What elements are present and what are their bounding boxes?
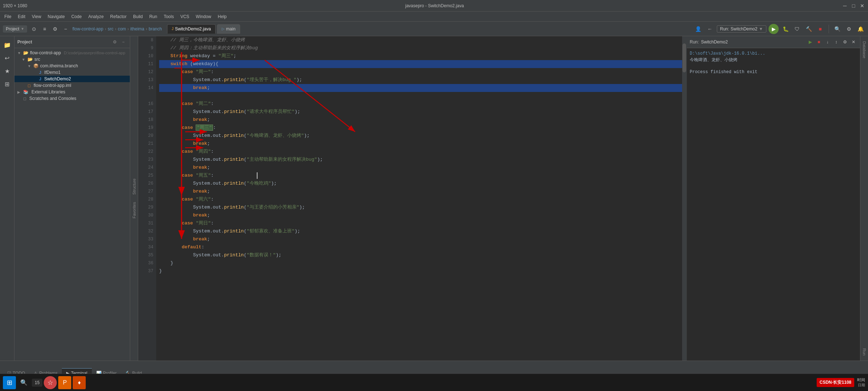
menubar: File Edit View Navigate Code Analyze Ref… bbox=[0, 12, 868, 22]
panel-hide-icon[interactable]: − bbox=[120, 38, 127, 46]
breadcrumb-item-1[interactable]: src bbox=[108, 26, 114, 31]
settings-icon[interactable]: ⚙ bbox=[50, 24, 60, 34]
code-line-11: switch (weekday){ bbox=[159, 60, 686, 68]
menu-view[interactable]: View bbox=[29, 13, 44, 20]
menu-build[interactable]: Build bbox=[130, 13, 146, 20]
code-text-16: case "周二": bbox=[159, 100, 214, 108]
panel-gear-icon[interactable]: ⚙ bbox=[111, 38, 118, 46]
favorites-tab[interactable]: Favorites bbox=[131, 200, 137, 220]
back-icon[interactable]: ← bbox=[705, 24, 715, 34]
tree-root[interactable]: ▼ 📂 flow-control-app D:\code\javasepro\f… bbox=[14, 50, 130, 56]
tree-switchdemo2[interactable]: J SwitchDemo2 bbox=[14, 76, 130, 82]
tab-main[interactable]: ▷ main bbox=[217, 24, 240, 34]
line-content[interactable]: // 周三，今晚啤酒、龙虾、小烧烤 // 周四：主动帮助新来的女程序解决bug … bbox=[156, 36, 686, 361]
settings-gear-icon[interactable]: ⚙ bbox=[844, 24, 854, 34]
scrollbar-thumb[interactable] bbox=[682, 43, 686, 72]
coverage-button[interactable]: 🛡 bbox=[792, 24, 802, 34]
minimize-button[interactable]: ─ bbox=[842, 3, 848, 9]
code-text-21: break; bbox=[159, 140, 210, 148]
menu-window[interactable]: Window bbox=[193, 13, 214, 20]
menu-refactor[interactable]: Refactor bbox=[107, 13, 129, 20]
ln-11: 11 bbox=[138, 60, 153, 68]
collapse-icon[interactable]: ≡ bbox=[40, 24, 49, 34]
csdn-button[interactable]: CSDN·长安1108 bbox=[817, 378, 854, 387]
code-area: 8 9 10 11 12 13 14 16 17 18 19 20 21 22 … bbox=[138, 36, 686, 361]
taskbar-time[interactable]: 15 bbox=[32, 379, 42, 387]
code-line-12: case "周一": bbox=[159, 68, 686, 76]
menu-run[interactable]: Run bbox=[146, 13, 160, 20]
taskbar-app-2[interactable]: P bbox=[58, 376, 71, 389]
tree-ifdemo1[interactable]: J IfDemo1 bbox=[14, 69, 130, 76]
run-right-tab[interactable]: Run bbox=[861, 346, 868, 358]
run-stop-icon[interactable]: ■ bbox=[815, 38, 822, 46]
menu-vcs[interactable]: VCS bbox=[178, 13, 192, 20]
src-folder-icon: 📂 bbox=[27, 57, 33, 62]
run-panel: Run: SwitchDemo2 ▶ ■ ↓ ↕ ⚙ ✕ D:\soft\Jav… bbox=[686, 36, 860, 361]
menu-code[interactable]: Code bbox=[68, 13, 85, 20]
tree-src[interactable]: ▼ 📂 src bbox=[14, 56, 130, 63]
run-restart-icon[interactable]: ▶ bbox=[807, 38, 814, 46]
tab-switchdemo2[interactable]: J SwitchDemo2.java bbox=[167, 24, 216, 34]
code-text-17: System.out.println("请求大牛程序员帮忙"); bbox=[159, 108, 300, 116]
run-close-icon[interactable]: ✕ bbox=[850, 38, 857, 46]
tree-label-iml: flow-control-app.iml bbox=[34, 83, 71, 88]
close-button[interactable]: ✕ bbox=[859, 3, 865, 9]
menu-tools[interactable]: Tools bbox=[161, 13, 177, 20]
system-tray: CSDN·长安1108 时间 日期 bbox=[817, 377, 865, 388]
run-settings-icon[interactable]: ⚙ bbox=[841, 38, 848, 46]
debug-button[interactable]: 🐛 bbox=[781, 24, 790, 34]
menu-analyze[interactable]: Analyze bbox=[85, 13, 107, 20]
breadcrumb-item-3[interactable]: itheima bbox=[130, 26, 144, 31]
menu-file[interactable]: File bbox=[1, 13, 14, 20]
code-text-19: case "周三": bbox=[159, 124, 216, 132]
ln-32: 32 bbox=[138, 227, 153, 235]
tree-arrow-root: ▼ bbox=[17, 51, 22, 55]
search-everywhere-icon[interactable]: 🔍 bbox=[833, 24, 842, 34]
tree-package[interactable]: ▼ 📦 com.itheima.branch bbox=[14, 63, 130, 69]
code-line-19: case "周三": bbox=[159, 124, 686, 132]
menu-navigate[interactable]: Navigate bbox=[45, 13, 68, 20]
build-button[interactable]: 🔨 bbox=[804, 24, 813, 34]
taskbar-app-1[interactable]: ☆ bbox=[44, 376, 57, 389]
close-panel-icon[interactable]: − bbox=[61, 24, 70, 34]
commit-icon[interactable]: ↩ bbox=[1, 52, 13, 64]
run-button[interactable]: ▶ bbox=[769, 24, 779, 34]
run-label: Run: bbox=[720, 26, 729, 31]
search-taskbar[interactable]: 🔍 bbox=[17, 376, 30, 389]
notifications-icon[interactable]: 🔔 bbox=[856, 24, 865, 34]
ln-12: 12 bbox=[138, 68, 153, 76]
database-tab[interactable]: Database bbox=[861, 39, 868, 60]
tree-iml[interactable]: ◻ flow-control-app.iml bbox=[14, 82, 130, 89]
code-text-27: break; bbox=[159, 188, 210, 196]
bookmark-icon[interactable]: ★ bbox=[1, 65, 13, 77]
start-button[interactable]: ⊞ bbox=[3, 376, 16, 389]
breadcrumb-item-0[interactable]: flow-control-app bbox=[72, 26, 103, 31]
stop-button[interactable]: ■ bbox=[816, 24, 825, 34]
tree-arrow-package: ▼ bbox=[27, 64, 32, 68]
user-icon[interactable]: 👤 bbox=[694, 24, 703, 34]
structure-tab[interactable]: Structure bbox=[131, 176, 137, 197]
maximize-button[interactable]: □ bbox=[851, 3, 856, 9]
ln-34: 34 bbox=[138, 243, 153, 251]
tree-ext-libs[interactable]: ▶ 📚 External Libraries bbox=[14, 89, 130, 95]
run-scroll-icon[interactable]: ↕ bbox=[833, 38, 840, 46]
ln-26: 26 bbox=[138, 180, 153, 188]
taskbar-app-3[interactable]: ♦ bbox=[73, 376, 86, 389]
code-line-13: System.out.println("埋头苦干，解决bug "); bbox=[159, 76, 686, 84]
code-line-34: default: bbox=[159, 243, 686, 251]
project-dropdown[interactable]: Project ▼ bbox=[3, 25, 27, 33]
tree-scratches[interactable]: ◻ Scratches and Consoles bbox=[14, 95, 130, 102]
code-text-26: System.out.println("今晚吃鸡"); bbox=[159, 180, 277, 188]
breadcrumb-item-4[interactable]: branch bbox=[149, 26, 162, 31]
structure-panel-icon[interactable]: ⊞ bbox=[1, 78, 13, 90]
locate-icon[interactable]: ⊙ bbox=[29, 24, 39, 34]
breadcrumb-item-2[interactable]: com bbox=[118, 26, 126, 31]
project-icon[interactable]: 📁 bbox=[1, 39, 13, 51]
code-text-34: default: bbox=[159, 243, 204, 251]
run-header-left: Run: SwitchDemo2 bbox=[690, 39, 728, 45]
run-config-selector[interactable]: Run: SwitchDemo2 ▼ bbox=[717, 25, 766, 33]
menu-edit[interactable]: Edit bbox=[15, 13, 28, 20]
run-scroll-end-icon[interactable]: ↓ bbox=[824, 38, 831, 46]
menu-help[interactable]: Help bbox=[215, 13, 230, 20]
editor-scrollbar[interactable] bbox=[682, 36, 686, 361]
